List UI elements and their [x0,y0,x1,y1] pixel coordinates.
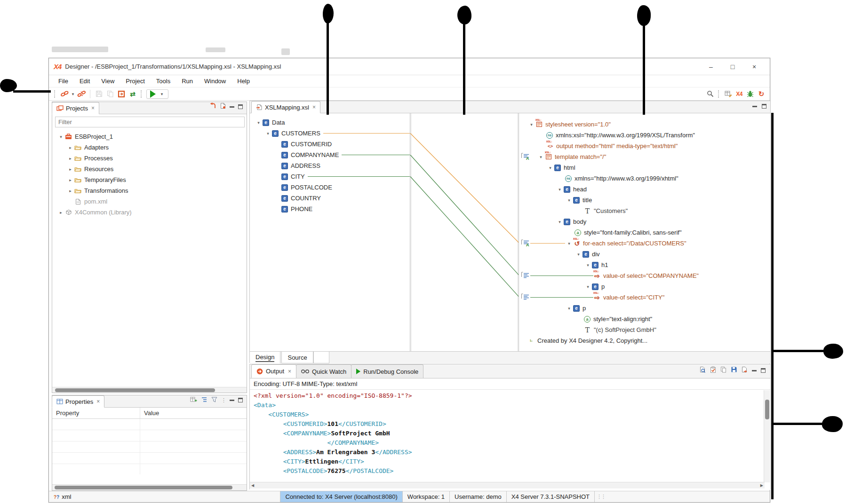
expanded-chevron-icon[interactable]: ▾ [565,241,573,246]
tree-item-resources[interactable]: ▸Resources [52,164,247,174]
tree-item-xmlns-http-www-w3-org-1999-xhtml[interactable]: nsxmlns="http://www.w3.org/1999/xhtml" [519,173,771,184]
tree-item-title[interactable]: ▾etitle [519,195,771,205]
menu-view[interactable]: View [96,76,120,86]
scrollbar-thumb[interactable] [55,486,232,489]
scroll-left-icon[interactable]: ◀ [251,483,254,488]
tree-item-value-of-select-city[interactable]: XSL:⇨value-of select="CITY" [519,292,771,303]
save-output-icon[interactable] [731,366,737,375]
toolbar-grip[interactable] [141,90,143,98]
scrollbar-thumb[interactable] [765,400,769,419]
mapping-canvas[interactable] [410,113,519,351]
tab-source[interactable]: Source [281,352,313,363]
validate-icon[interactable] [710,366,716,375]
save-icon[interactable] [94,89,104,99]
delete-relation-icon[interactable] [116,89,127,99]
expanded-chevron-icon[interactable]: ▾ [537,155,545,159]
copy-icon[interactable] [105,89,115,99]
menu-project[interactable]: Project [120,76,150,86]
tree-item-h1[interactable]: ▾eh1 [519,260,771,270]
maximize-view-icon[interactable] [238,104,243,109]
column-value[interactable]: Value [140,408,159,418]
collapsed-chevron-icon[interactable]: ▸ [66,189,74,193]
tree-item-template-match[interactable]: A▾XSL:template match="/" [519,151,771,162]
tree-item-c-softproject-gmbh[interactable]: T"(c) SoftProject GmbH" [519,324,771,335]
tree-item-country[interactable]: eCOUNTRY [250,193,410,204]
output-hscrollbar[interactable]: ◀ ▶ [250,482,765,488]
expanded-chevron-icon[interactable]: ▾ [584,284,592,289]
collapsed-chevron-icon[interactable]: ▸ [66,145,74,150]
tree-item-customerid[interactable]: eCUSTOMERID [250,139,410,150]
filter-icon[interactable] [211,396,217,404]
minimize-view-icon[interactable] [752,105,757,107]
output-xml-view[interactable]: <?xml version="1.0" encoding="ISO-8859-1… [250,390,770,490]
tab-output[interactable]: Output × [251,364,296,378]
minimize-view-icon[interactable] [752,370,757,371]
tree-item-postalcode[interactable]: ePOSTALCODE [250,182,410,193]
link-with-editor-icon[interactable] [209,102,216,111]
expanded-chevron-icon[interactable]: ▾ [57,134,65,139]
tree-item-data[interactable]: ▾eData [250,117,410,128]
tree-item-body[interactable]: ▾ebody [519,216,771,227]
tree-item-city[interactable]: eCITY [250,171,410,182]
tree-item-stylesheet-version-1-0[interactable]: ▾XSL:stylesheet version="1.0" [519,119,771,130]
show-tree-icon[interactable] [201,396,208,404]
maximize-window-icon[interactable]: □ [722,60,743,74]
tree-item-html[interactable]: ▾ehtml [519,162,771,173]
expanded-chevron-icon[interactable]: ▾ [565,306,573,311]
find-in-output-icon[interactable] [700,366,706,375]
menu-file[interactable]: File [53,76,74,86]
expanded-chevron-icon[interactable]: ▾ [556,187,564,192]
menu-window[interactable]: Window [199,76,231,86]
expanded-chevron-icon[interactable]: ▾ [565,198,573,203]
tree-item-value-of-select-companyname[interactable]: XSL:⇨value-of select="COMPANYNAME" [519,270,771,281]
tab-design[interactable]: Design [250,352,280,363]
copy-output-icon[interactable] [720,366,726,375]
tree-item-customers[interactable]: ▾eCUSTOMERS [250,128,410,139]
tree-item-address[interactable]: eADDRESS [250,160,410,171]
expanded-chevron-icon[interactable]: ▾ [527,122,535,127]
tree-item-processes[interactable]: ▸Processes [52,153,247,164]
expanded-chevron-icon[interactable]: ▾ [264,131,272,136]
menu-help[interactable]: Help [231,76,255,86]
link-icon[interactable] [59,89,70,99]
menu-tools[interactable]: Tools [151,76,176,86]
tree-item-pom-xml[interactable]: pom.xml [52,196,247,207]
close-window-icon[interactable]: × [743,60,765,74]
collapsed-chevron-icon[interactable]: ▸ [66,156,74,161]
expanded-chevron-icon[interactable]: ▾ [575,252,583,257]
collapsed-chevron-icon[interactable]: ▸ [66,178,74,182]
run-dropdown-icon[interactable]: ▾ [159,92,165,96]
refresh-icon[interactable]: ↻ [756,89,766,99]
x4-perspective-icon[interactable]: X4 [734,91,744,97]
projects-hscrollbar[interactable] [52,387,247,393]
maximize-view-icon[interactable] [761,368,766,373]
menu-run[interactable]: Run [176,76,199,86]
tab-run-debug-console[interactable]: Run/Debug Console [351,364,423,378]
scroll-right-icon[interactable]: ▶ [760,483,763,488]
tab-xslmapping[interactable]: XSLMapping.xsl × [251,101,320,113]
tree-item-customers[interactable]: T"Customers" [519,205,771,216]
tree-item-companyname[interactable]: eCOMPANYNAME [250,150,410,160]
toolbar-grip[interactable] [718,90,720,98]
tree-item-output-method-html-media-type-text-html[interactable]: XSL:<.>output method="html" media-type="… [519,141,771,151]
maximize-view-icon[interactable] [238,398,243,402]
properties-grid[interactable] [52,419,247,474]
edit-grid-icon[interactable] [723,89,734,99]
output-vscrollbar[interactable] [764,390,770,482]
expanded-chevron-icon[interactable]: ▾ [584,263,592,268]
close-icon[interactable]: × [90,105,95,111]
tab-projects[interactable]: Projects × [52,102,99,114]
maximize-view-icon[interactable] [762,104,766,109]
tree-item-p[interactable]: ▾ep [519,281,771,292]
export-output-icon[interactable] [742,366,748,375]
expanded-chevron-icon[interactable]: ▾ [546,165,554,170]
tree-item-div[interactable]: ▾ediv [519,249,771,260]
tree-item-transformations[interactable]: ▸Transformations [52,185,247,196]
new-file-icon[interactable] [220,102,226,111]
tree-item-p[interactable]: ▾ep [519,303,771,314]
tree-item-x4common-library[interactable]: ▸X4Common (Library) [52,207,247,218]
tree-item-for-each-select-data-customers[interactable]: A▾XSL:↺for-each select="/Data/CUSTOMERS" [519,238,771,249]
tree-item-style-font-family-calibri-sans-serif[interactable]: astyle="font-family:Calibri, sans-serif" [519,227,771,238]
expanded-chevron-icon[interactable]: ▾ [556,220,564,224]
minimize-view-icon[interactable] [230,399,234,401]
